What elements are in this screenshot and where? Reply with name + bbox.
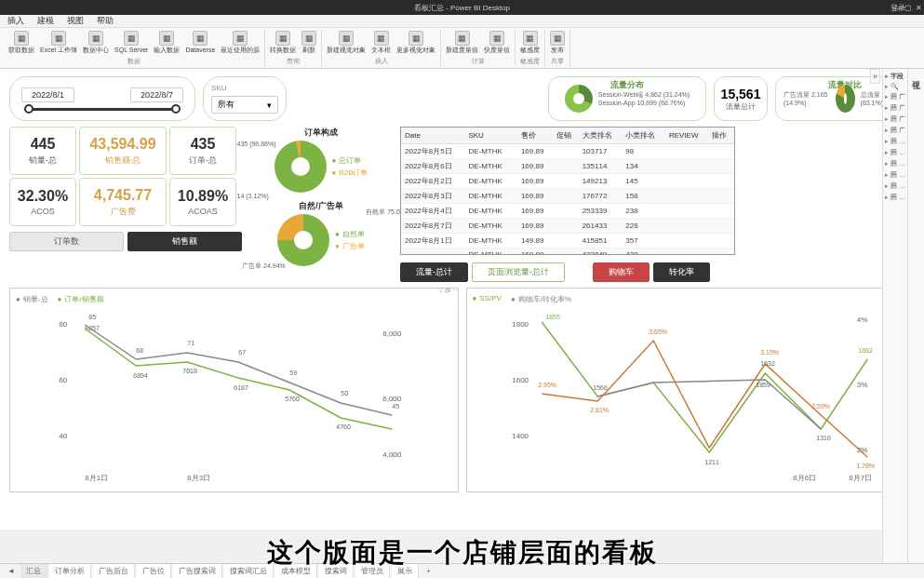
table-header[interactable]: REVIEW [665,128,708,144]
ribbon-button[interactable]: ▦数据中心 [82,30,110,54]
field-item[interactable]: 囲 … [885,192,905,203]
seg-traffic-btn[interactable]: 流量-总计 [400,262,468,282]
ribbon-button[interactable]: ▦最近使用的源 [220,30,261,54]
menu-modeling[interactable]: 建模 [37,15,54,27]
table-header[interactable]: 操作 [708,128,734,144]
minimize-button[interactable]: — [893,4,901,12]
field-item[interactable]: 囲 广 [885,91,905,102]
seg-orders-btn[interactable]: 订单数 [9,232,124,251]
table-header[interactable]: 售价 [517,128,553,144]
fields-title: 字段 [885,71,905,82]
ribbon-button[interactable]: ▦敏感度 [519,30,541,54]
svg-text:6187: 6187 [234,384,248,391]
field-item[interactable]: 囲 广 [885,125,905,136]
page-tab[interactable]: 汇总 [20,564,47,578]
traffic-web-label: Session-Web端 4,862 (31.24%) [598,90,690,99]
field-item[interactable]: 囲 … [885,169,905,181]
svg-text:4%: 4% [856,316,867,324]
conversion-line-chart[interactable]: SS/PV 购物车/转化率% 1800 1600 1400 4% 3% 2% 1… [466,288,916,492]
table-row[interactable]: 2022年8月1日DE-MTHK149.89415851357 [401,234,734,249]
ribbon-button[interactable]: ▦发布 [549,30,566,54]
svg-text:8月6日: 8月6日 [793,474,816,482]
svg-text:6894: 6894 [133,372,148,379]
field-item[interactable]: 囲 … [885,147,905,158]
table-row[interactable]: 2022年8月3日DE-MTHK169.89176772158 [401,189,734,204]
svg-text:5760: 5760 [285,396,300,402]
ribbon-button[interactable]: ▦文本框 [370,30,392,54]
kpi-card: 4,745.77广告费 [79,178,167,226]
menu-insert[interactable]: 插入 [7,15,24,27]
date-range-slicer[interactable]: 2022/8/1 2022/8/7 [9,76,195,121]
ribbon-button[interactable]: ▦刷新 [301,30,317,54]
donut2-leg2: 广告单 [335,241,365,251]
viz-pane-tab[interactable]: 可视化 [907,69,924,565]
ribbon-button[interactable]: ▦Dataverse [184,30,216,54]
ribbon-button[interactable]: ▦新建度量值 [445,30,479,54]
donut1-side2: 14 (3.12%) [237,193,269,200]
page-tab[interactable]: 订单分析 [49,564,91,578]
table-header[interactable]: 小类排名 [622,128,665,144]
table-row[interactable]: 2022年8月2日DE-MTHK169.89149213145 [401,174,734,189]
sku-dropdown[interactable]: 所有 ▾ [211,96,278,114]
table-row[interactable]: 2022年8月7日DE-MTHK169.89261433228 [401,219,734,234]
data-table[interactable]: DateSKU售价促销大类排名小类排名REVIEW操作2022年8月5日DE-M… [400,127,735,255]
page-tab[interactable]: 广告位 [137,564,171,578]
ribbon-button[interactable]: ▦转换数据 [269,30,297,54]
report-canvas: 2022/8/1 2022/8/7 SKU 所有 ▾ 流量分布 [0,69,924,530]
order-composition-chart: 订单构成 435 (96.88%) 总订单 B2B订单 14 (3.12%) 自… [251,127,391,282]
close-button[interactable]: ✕ [916,4,922,12]
date-from[interactable]: 2022/8/1 [21,87,74,102]
seg-sales-btn[interactable]: 销售额 [127,232,242,251]
visual-header[interactable]: ▽ 🗗 ⋯ [438,287,460,294]
table-row[interactable]: 2022年8月4日DE-MTHK169.89253339238 [401,204,734,219]
maximize-button[interactable]: ▢ [904,4,912,12]
field-item[interactable]: 囲 广 [885,102,905,114]
svg-text:40: 40 [59,432,67,440]
ribbon-button[interactable]: ▦输入数据 [153,30,181,54]
svg-text:1632: 1632 [760,360,775,367]
svg-text:59: 59 [289,370,297,376]
ribbon-button[interactable]: ▦快度量值 [483,30,511,54]
sku-slicer[interactable]: SKU 所有 ▾ [203,76,287,121]
slider-handle-left[interactable] [24,104,33,114]
seg-pageview-btn[interactable]: 页面浏览量-总计 [472,262,565,282]
svg-text:4760: 4760 [336,423,351,430]
search-field[interactable]: 🔍 [885,82,905,91]
field-item[interactable]: 囲 … [885,181,905,192]
page-tab[interactable]: 广告后台 [93,564,135,578]
seg-conversion-btn[interactable]: 转化率 [653,262,710,282]
ribbon-button[interactable]: ▦更多视觉对象 [395,30,436,54]
menu-view[interactable]: 视图 [67,15,84,27]
table-row[interactable]: 2022年8月6日DE-MTHK169.89135114134 [401,159,734,174]
table-header[interactable]: 促销 [553,128,579,144]
svg-text:85: 85 [88,314,96,320]
video-caption: 这个版面是一个店铺层面的看板 [267,535,658,571]
menu-help[interactable]: 帮助 [97,15,114,27]
svg-text:2.95%: 2.95% [538,382,556,388]
ribbon-button[interactable]: ▦新建视觉对象 [326,30,367,54]
fields-pane[interactable]: 字段 🔍 囲 广 囲 广 囲 广 囲 广 囲 … 囲 … 囲 … 囲 … 囲 …… [883,69,907,565]
sales-line-chart[interactable]: ▽ 🗗 ⋯ 销量-总 订单/销售额 80 60 40 8,000 6,000 4… [9,288,459,492]
prev-page-icon[interactable]: ◄ [4,567,19,575]
ribbon-button[interactable]: ▦获取数据 [7,30,35,54]
field-item[interactable]: 囲 … [885,136,905,147]
ribbon-button[interactable]: ▦Excel 工作簿 [39,30,78,54]
ribbon-button[interactable]: ▦SQL Server [114,30,149,54]
table-header[interactable]: SKU [464,128,516,144]
date-to[interactable]: 2022/8/7 [130,87,183,102]
svg-text:1800: 1800 [512,320,529,329]
svg-text:8,000: 8,000 [382,329,402,338]
field-item[interactable]: 囲 广 [885,114,905,125]
seg-cart-btn[interactable]: 购物车 [593,262,649,282]
svg-text:1855: 1855 [545,314,560,320]
table-header[interactable]: Date [401,128,464,144]
field-item[interactable]: 囲 … [885,158,905,169]
table-row[interactable]: DE-MTHK169.89472849428 [401,249,734,256]
table-row[interactable]: 2022年8月5日DE-MTHK169.8910371798 [401,144,734,159]
slider-handle-right[interactable] [171,104,181,114]
collapse-icon[interactable]: » [870,69,880,84]
table-header[interactable]: 大类排名 [579,128,623,144]
ribbon-group: ▦敏感度敏感度 [516,30,545,66]
page-tab[interactable]: 广告搜索词 [173,564,222,578]
date-slider-track[interactable] [29,108,176,111]
